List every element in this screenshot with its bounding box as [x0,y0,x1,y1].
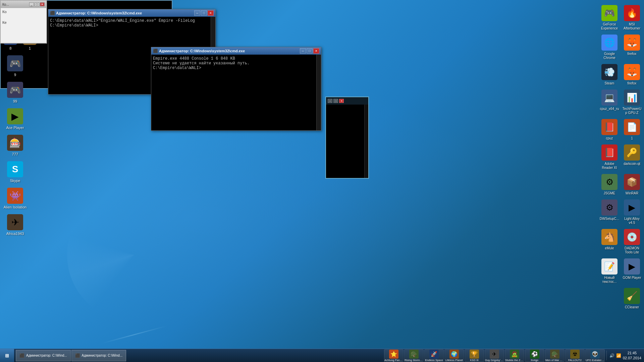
desktop-icon-cpuz[interactable]: 💻 cpuz_x64_ru [599,88,620,117]
small-win-minimize[interactable]: _ [29,2,34,6]
taskbar-game-stubbs[interactable]: 🧟 Stubbs the Zombie [505,349,524,362]
cmd-window-2[interactable]: ⬛ Администратор: C:\Windows\system32\cmd… [151,47,321,131]
geforce-label: GeForce Experience [600,22,619,31]
small-window-titlebar[interactable]: Ко... _ □ ✕ [1,1,46,8]
chrome-label: Google Chrome [600,52,619,60]
taskbar-game-fm4go[interactable]: ⚽ fm4go [525,349,544,362]
cmd2-close[interactable]: ✕ [313,48,319,54]
taskbar-clock[interactable]: 21:45 02.07.2014 [623,351,641,360]
alien-isolation-icon: 👾 [7,188,23,204]
doc1-icon: 📄 [624,119,640,135]
right-row-11: 🧹 CCleaner [622,286,642,311]
left-sidebar: 📖 AIReader2 🎮 8 📁 1 🎮 9 🎮 99 ▶ Ace Playe… [0,0,40,349]
emule-icon: 🐴 [601,229,618,245]
desktop-icon-doc1[interactable]: 📄 1 [622,117,642,142]
desktop-icon-africa1943[interactable]: ✈ Africa1943 [2,213,29,237]
desktop-icon-daemon[interactable]: 💿 DAEMON Tools Lite [622,227,642,256]
desktop-icon-777[interactable]: 🎰 777 [2,133,29,158]
cmd1-close[interactable]: ✕ [208,10,214,16]
taskbar-game-fallout2[interactable]: ☢ FALLOUT2 [565,349,585,362]
mow-tb-icon: 🪖 [550,350,559,359]
cpuz-icon: 💻 [601,89,618,106]
cmd2-minimize[interactable]: ─ [300,48,306,54]
daemon-label: DAEMON Tools Lite [623,246,641,254]
game-window-inner[interactable]: ─ □ ✕ [325,97,369,179]
taskbar-item-cmd1[interactable]: ⬛ Администратор: C:\Wind... [16,350,71,361]
gomplay-label: GOM Player [623,276,641,280]
desktop-icon-aceplayer[interactable]: ▶ Ace Player [2,107,29,131]
desktop-icon-notepad[interactable]: 📝 Новый текстос... [599,257,620,286]
adobe-icon: 📕 [601,144,618,161]
desktop-icon-9[interactable]: 🎮 9 [2,54,29,78]
achtung-tb-label: Achtung Panzer... [384,359,403,362]
game-inner-close[interactable]: ✕ [339,99,344,103]
desktop-icon-gpuz[interactable]: 📊 TechPowerUp GPU-Z [622,88,642,117]
taskbar-game-rising[interactable]: 🪖 Rising StormRe... [404,349,424,362]
desktop-icon-alien-isolation[interactable]: 👾 Alien Isolation [2,186,29,211]
icon-777: 🎰 [7,135,23,151]
cmd2-title: Администратор: C:\Windows\system32\cmd.e… [159,49,299,53]
aceplayer-label: Ace Player [6,126,24,130]
ksd-tb-icon: 🏆 [470,350,479,359]
fm4go-tb-label: fm4go [531,359,538,362]
desktop-icon-lightalloy[interactable]: ▶ Light Alloy v4.5 [622,198,642,227]
cmd2-titlebar[interactable]: ⬛ Администратор: C:\Windows\system32\cmd… [151,47,321,55]
game-inner-scrollbar[interactable] [364,105,368,178]
game-inner-titlebar[interactable]: ─ □ ✕ [326,97,368,105]
desktop-icon-ccleaner[interactable]: 🧹 CCleaner [622,286,642,311]
desktop-icon-firefox[interactable]: 🦊 firefox [622,33,642,62]
cmd2-scrollbar[interactable] [316,55,321,130]
taskbar-cmd2-icon: ⬛ [75,353,80,358]
desktop-icon-firefox2[interactable]: 🦊 firefox [622,62,642,87]
cmd1-line1: C:\Empire\data\WALI>"Engine/WALI_Engine.… [50,18,209,23]
small-win-close[interactable]: ✕ [40,2,45,6]
desktop-icon-msi[interactable]: 🔥 MSI Afterburner [622,3,642,32]
endless-tb-label: Endless Space [425,359,443,362]
icon-9: 🎮 [7,55,23,71]
taskbar-game-guy[interactable]: ✈ Guy Grigsby's W... [485,349,504,362]
small-win-maximize[interactable]: □ [35,2,39,6]
taskbar-game-ksd[interactable]: 🏆 KSD III [465,349,484,362]
game-inner-restore[interactable]: □ [333,99,338,103]
label-8: 8 [9,46,11,50]
cmd2-maximize[interactable]: □ [307,48,313,54]
taskbar[interactable]: ⊞ ⬛ Администратор: C:\Wind... ⬛ Админист… [0,349,644,362]
desktop-icon-chrome[interactable]: 🌐 Google Chrome [599,33,620,62]
desktop-icon-emule[interactable]: 🐴 eMule [599,227,620,256]
taskbar-game-endless[interactable]: 🚀 Endless Space [424,349,444,362]
game-inner-minimize[interactable]: ─ [328,99,332,103]
desktop-icon-skype[interactable]: S Skype [2,160,29,184]
label-777: 777 [12,152,18,156]
skype-icon: S [7,161,23,177]
small-window[interactable]: Ко... _ □ ✕ Ко Ке [0,0,47,44]
desktop-icon-geforce[interactable]: 🎮 GeForce Experience [599,3,620,32]
notification-area: 🔊 📶 21:45 02.07.2014 [606,351,644,360]
cmd1-maximize[interactable]: □ [201,10,207,16]
taskbar-game-ufo[interactable]: 👽 UFO Extraterrestr... [585,349,605,362]
taskbar-game-achtung[interactable]: ⭐ Achtung Panzer... [384,349,404,362]
lifeless-tb-icon: 🌍 [449,350,459,359]
desktop-icon-cpuz2[interactable]: 📕 cpuz [599,117,620,142]
taskbar-game-lifeless[interactable]: 🌍 Lifeless Planet [444,349,464,362]
desktop-icon-gomplay[interactable]: ▶ GOM Player [622,257,642,286]
desktop-icon-steam[interactable]: 💨 Steam [599,62,620,87]
darkcoin-label: darkcoin-qt [624,162,640,166]
taskbar-game-mow[interactable]: 🪖 Men of War Assault S... [545,349,565,362]
start-button[interactable]: ⊞ [0,349,14,362]
desktop-icon-winrar[interactable]: 📦 WinRAR [622,172,642,197]
speaker-icon[interactable]: 🔊 [609,353,614,358]
desktop-icon-darkcoin[interactable]: 🔑 darkcoin-qt [622,143,642,172]
cmd1-titlebar[interactable]: ⬛ Администратор: C:\Windows\system32\cmd… [48,9,215,17]
taskbar-item-cmd2[interactable]: ⬛ Администратор: C:\Wind... [71,350,126,361]
cpuz2-label: cpuz [606,136,613,140]
desktop-icon-adobe[interactable]: 📕 Adobe Reader XI [599,143,620,172]
network-icon[interactable]: 📶 [616,353,621,358]
alien-isolation-label: Alien Isolation [4,205,27,209]
cmd1-minimize[interactable]: ─ [194,10,200,16]
desktop-icon-jsgme[interactable]: ⚙ JSGME [599,172,620,197]
right-row-2: 🌐 Google Chrome 🦊 firefox [599,33,642,62]
windows-logo-icon: ⊞ [5,353,9,358]
desktop-icon-99[interactable]: 🎮 99 [2,80,29,105]
desktop-icon-dwsetup[interactable]: ⚙ DWSetupC... [599,198,620,227]
firefox2-icon: 🦊 [624,64,640,80]
